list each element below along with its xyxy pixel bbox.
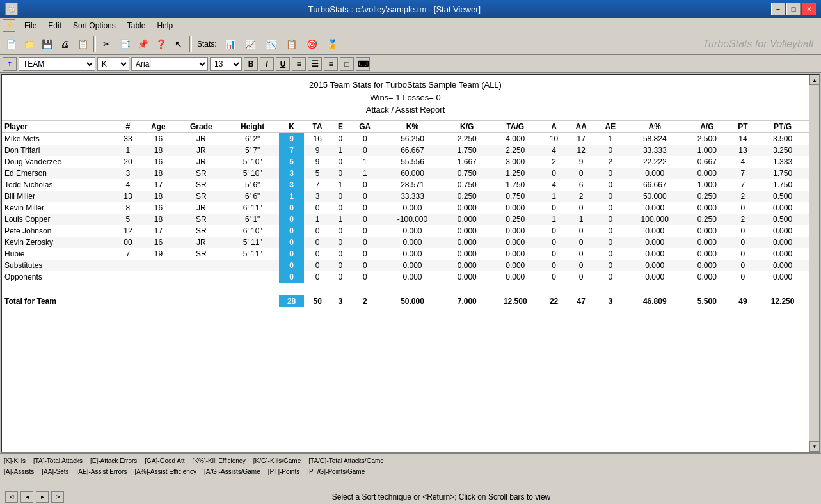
cell-grade: SR: [176, 168, 226, 179]
menu-sort-options[interactable]: Sort Options: [68, 20, 121, 31]
stats1-btn[interactable]: 📊: [221, 36, 240, 52]
table-row: Mike Mets3316JR6' 2"9160056.2502.2504.00…: [2, 132, 809, 145]
cell-k: 3: [279, 168, 304, 179]
close-btn[interactable]: ✕: [802, 3, 816, 15]
cell-name: Mike Mets: [2, 132, 115, 145]
menu-table[interactable]: Table: [122, 20, 151, 31]
font-select[interactable]: Arial: [131, 57, 208, 71]
legend-item: [AA]-Sets: [42, 467, 68, 476]
legend-item: [TA]-Total Attacks: [33, 456, 83, 466]
cell-apct: 0.000: [625, 237, 685, 248]
nav-prev-btn[interactable]: ◂: [20, 491, 33, 503]
bold-btn[interactable]: B: [244, 57, 258, 71]
cell-ptg: 0.000: [756, 248, 809, 260]
cell-e: 0: [331, 248, 349, 260]
cell-ae: 0: [596, 237, 625, 248]
format-bar: T TEAM K Arial 13 B I U ≡ ☰ ≡ □ ⌨: [0, 55, 821, 73]
menu-bar: ⚡ File Edit Sort Options Table Help: [0, 18, 821, 33]
legend-item: [A]-Assists: [4, 467, 34, 476]
menu-help[interactable]: Help: [152, 20, 178, 31]
new-btn[interactable]: 📄: [3, 36, 19, 52]
stats5-btn[interactable]: 🎯: [303, 36, 322, 52]
align-right-btn[interactable]: ≡: [324, 57, 338, 71]
title-bar: 🏐 TurboStats : c:\volley\sample.tm - [St…: [0, 0, 821, 18]
help-btn[interactable]: ❓: [152, 36, 169, 52]
stats2-btn[interactable]: 📈: [241, 36, 260, 52]
print2-btn[interactable]: 📋: [74, 36, 91, 52]
cell-aa: 1: [566, 214, 596, 225]
report-title: 2015 Team Stats for TurboStats Sample Te…: [4, 79, 806, 91]
stats3-btn[interactable]: 📉: [262, 36, 281, 52]
print-btn[interactable]: 🖨: [56, 36, 73, 52]
cell-name: Opponents: [2, 271, 115, 283]
cell-kg: 0.000: [445, 202, 489, 214]
cell-ag: 1.000: [685, 145, 729, 156]
save-btn[interactable]: 💾: [38, 36, 55, 52]
cell-num: 7: [115, 248, 140, 260]
menu-file[interactable]: File: [19, 20, 42, 31]
cell-e: 0: [331, 156, 349, 168]
total-cell: 47: [566, 295, 596, 308]
cut-btn[interactable]: ✂: [99, 36, 115, 52]
legend-item: [PT/G]-Points/Game: [307, 467, 365, 476]
vertical-scrollbar[interactable]: ▲ ▼: [809, 75, 819, 452]
cell-tag: 0.000: [489, 271, 541, 283]
nav-next-btn[interactable]: ▸: [36, 491, 49, 503]
cell-height: 6' 6": [226, 191, 279, 202]
cell-ptg: 1.333: [756, 156, 809, 168]
cell-k: 7: [279, 145, 304, 156]
nav-last-btn[interactable]: ⊳: [51, 491, 64, 503]
col-a: A: [541, 121, 566, 133]
stats6-btn[interactable]: 🏅: [323, 36, 342, 52]
cell-ag: 0.000: [685, 271, 729, 283]
align-left-btn[interactable]: ≡: [292, 57, 306, 71]
cell-apct: 50.000: [625, 191, 685, 202]
cell-pt: 14: [729, 132, 757, 145]
sep2: [189, 36, 192, 52]
cell-ga: 0: [350, 145, 380, 156]
cell-tag: 0.000: [489, 260, 541, 271]
scroll-track[interactable]: [809, 85, 819, 441]
cell-ga: 0: [350, 132, 380, 145]
underline-btn[interactable]: U: [276, 57, 290, 71]
cell-kg: 1.750: [445, 145, 489, 156]
scroll-up-btn[interactable]: ▲: [809, 75, 820, 85]
cell-kg: 0.000: [445, 260, 489, 271]
cell-e: 0: [331, 237, 349, 248]
italic-btn[interactable]: I: [260, 57, 274, 71]
cell-kpct: 33.333: [380, 191, 445, 202]
cell-aa: 0: [566, 260, 596, 271]
cell-height: 5' 6": [226, 179, 279, 191]
cell-pt: 0: [729, 202, 757, 214]
maximize-btn[interactable]: □: [786, 3, 801, 15]
cell-tag: 1.250: [489, 168, 541, 179]
cell-ta: 0: [304, 225, 331, 237]
cell-kg: 1.667: [445, 156, 489, 168]
stats4-btn[interactable]: 📋: [282, 36, 301, 52]
cell-ae: 0: [596, 168, 625, 179]
cell-aa: 0: [566, 237, 596, 248]
copy-btn[interactable]: 📑: [116, 36, 133, 52]
cell-apct: 33.333: [625, 145, 685, 156]
team-select[interactable]: TEAM: [19, 57, 95, 71]
cell-name: Don Trifari: [2, 145, 115, 156]
stats-table: Player # Age Grade Height K TA E GA K% K…: [2, 121, 809, 308]
open-btn[interactable]: 📁: [20, 36, 37, 52]
box-btn[interactable]: □: [340, 57, 354, 71]
cell-num: 33: [115, 132, 140, 145]
cell-age: 16: [140, 237, 176, 248]
menu-edit[interactable]: Edit: [43, 20, 67, 31]
cursor-btn[interactable]: ↖: [170, 36, 187, 52]
size-select[interactable]: 13: [210, 57, 242, 71]
nav-first-btn[interactable]: ⊲: [5, 491, 18, 503]
special-btn[interactable]: ⌨: [356, 57, 370, 71]
table-container[interactable]: 2015 Team Stats for TurboStats Sample Te…: [2, 75, 809, 452]
minimize-btn[interactable]: −: [771, 3, 785, 15]
cell-k: 0: [279, 214, 304, 225]
paste-btn[interactable]: 📌: [134, 36, 151, 52]
k-select[interactable]: K: [97, 57, 129, 71]
scroll-down-btn[interactable]: ▼: [809, 441, 820, 452]
cell-kpct: 66.667: [380, 145, 445, 156]
cell-e: 0: [331, 271, 349, 283]
align-center-btn[interactable]: ☰: [308, 57, 322, 71]
